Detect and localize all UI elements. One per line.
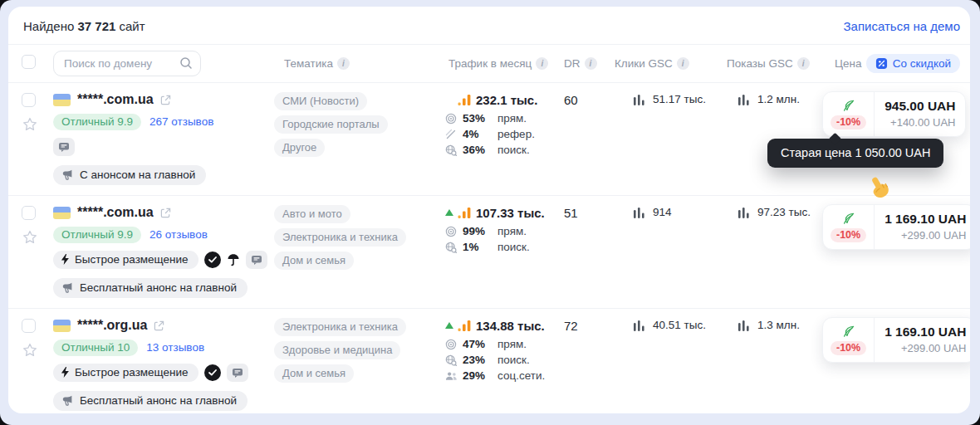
gsc-bars-icon <box>737 94 750 105</box>
column-price-label: Цена <box>835 57 861 70</box>
traffic-pct: 36% <box>463 144 497 156</box>
leaf-icon <box>842 99 855 112</box>
verified-check-icon[interactable] <box>204 364 221 381</box>
found-suffix: сайт <box>120 19 145 33</box>
domain-search <box>53 51 201 76</box>
info-icon[interactable] <box>585 57 597 70</box>
column-impressions-label: Показы GSC <box>727 57 793 70</box>
price-card[interactable]: -10% 1 169.10 UAH +299.00 UAH <box>822 204 970 250</box>
gsc-clicks-value: 51.17 тыс. <box>653 93 706 105</box>
comment-icon[interactable] <box>53 138 75 156</box>
price-card[interactable]: -10% 1 169.10 UAH +299.00 UAH <box>822 317 970 363</box>
dr-value: 60 <box>561 91 615 107</box>
reviews-link[interactable]: 26 отзывов <box>149 228 208 241</box>
dr-value: 51 <box>561 204 615 220</box>
info-icon[interactable] <box>677 57 689 70</box>
info-icon[interactable] <box>797 57 810 70</box>
domain-name[interactable]: *****.com.ua <box>77 92 154 107</box>
column-clicks-label: Клики GSC <box>615 57 673 70</box>
search-icon[interactable] <box>179 56 193 73</box>
announce-tag[interactable]: Бесплатный анонс на главной <box>53 391 247 411</box>
price-card[interactable]: -10% 945.00 UAH +140.00 UAH <box>822 91 966 137</box>
gsc-bars-icon <box>633 94 645 105</box>
umbrella-icon[interactable] <box>227 253 240 266</box>
traffic-label: прям. <box>497 338 561 350</box>
results-count: Найдено 37 721 сайт <box>23 19 145 33</box>
verified-check-icon[interactable] <box>204 252 221 268</box>
domain-name[interactable]: *****.org.ua <box>77 318 147 333</box>
traffic-label: соц.сети. <box>497 369 561 382</box>
traffic-pct: 1% <box>463 241 497 253</box>
info-icon[interactable] <box>337 57 350 70</box>
old-price-tooltip: Старая цена 1 050.00 UAH <box>767 139 943 168</box>
leaf-icon <box>842 212 855 225</box>
social-traffic-icon <box>445 371 463 381</box>
discount-badge: -10% <box>831 228 866 242</box>
price-amount: 1 169.10 UAH <box>884 325 966 340</box>
row-checkbox[interactable] <box>22 93 36 107</box>
traffic-label: рефер. <box>497 128 561 140</box>
comment-icon[interactable] <box>227 364 248 382</box>
gsc-bars-icon <box>737 207 750 218</box>
favorite-star-icon[interactable] <box>22 342 38 359</box>
announce-tag[interactable]: Бесплатный анонс на главной <box>53 278 247 298</box>
comment-icon[interactable] <box>246 251 267 269</box>
traffic-label: поиск. <box>497 241 561 253</box>
reviews-link[interactable]: 267 отзывов <box>149 115 213 128</box>
organic-search-icon <box>445 354 463 366</box>
fast-placement-tag[interactable]: Быстрое размещение <box>53 251 198 269</box>
announce-tag[interactable]: С анонсом на главной <box>53 165 206 185</box>
rating-badge: Отличный 9.9 <box>53 227 141 243</box>
with-discount-toggle[interactable]: Со скидкой <box>866 54 960 73</box>
favorite-star-icon[interactable] <box>22 229 38 246</box>
external-link-icon[interactable] <box>154 320 164 331</box>
with-discount-label: Со скидкой <box>893 57 951 70</box>
traffic-label: прям. <box>497 225 561 237</box>
topic-tag: Другое <box>274 139 325 157</box>
column-traffic: Трафик в месяц <box>445 57 561 70</box>
direct-traffic-icon <box>445 113 463 125</box>
gsc-bars-icon <box>737 320 750 331</box>
fast-placement-tag[interactable]: Быстрое размещение <box>53 364 198 382</box>
demo-signup-link[interactable]: Записаться на демо <box>844 19 960 33</box>
rating-badge: Отличный 10 <box>53 340 138 356</box>
gsc-clicks-value: 40.51 тыс. <box>653 319 706 331</box>
external-link-icon[interactable] <box>160 95 171 105</box>
trend-up-icon <box>445 209 453 216</box>
row-checkbox[interactable] <box>22 319 36 333</box>
referral-traffic-icon <box>445 129 463 140</box>
column-clicks: Клики GSC <box>615 57 721 70</box>
found-prefix: Найдено <box>23 19 74 33</box>
lightning-icon <box>61 367 70 378</box>
price-extra: +299.00 UAH <box>884 229 966 242</box>
info-icon[interactable] <box>536 57 548 70</box>
gsc-clicks-value: 914 <box>653 206 672 218</box>
topic-tag: Дом и семья <box>274 364 354 383</box>
traffic-label: прям. <box>497 112 561 125</box>
direct-traffic-icon <box>445 339 463 350</box>
discount-badge: -10% <box>831 341 866 355</box>
table-row: *****.com.ua Отличный 9.9 267 отзывов <box>8 83 970 196</box>
reviews-link[interactable]: 13 отзывов <box>146 341 204 354</box>
topic-tag: Электроника и техника <box>274 228 406 247</box>
topic-tag: Дом и семья <box>274 252 354 270</box>
traffic-pct: 47% <box>463 338 497 350</box>
traffic-pct: 53% <box>463 112 497 125</box>
table-row: *****.com.ua Отличный 9.9 26 отзывов Быс… <box>8 196 970 309</box>
external-link-icon[interactable] <box>160 208 171 218</box>
traffic-pct: 29% <box>463 369 497 382</box>
topic-tag: Городские порталы <box>274 115 388 134</box>
organic-search-icon <box>445 242 463 253</box>
row-checkbox[interactable] <box>22 206 36 220</box>
megaphone-icon <box>61 281 74 294</box>
megaphone-icon <box>61 169 74 181</box>
column-traffic-label: Трафик в месяц <box>448 57 532 70</box>
direct-traffic-icon <box>445 226 463 237</box>
price-extra: +299.00 UAH <box>884 342 966 354</box>
column-dr: DR <box>561 57 615 70</box>
topic-tag: СМИ (Новости) <box>274 92 367 110</box>
select-all-checkbox[interactable] <box>22 55 36 69</box>
domain-name[interactable]: *****.com.ua <box>77 205 154 220</box>
traffic-bars-icon <box>458 207 472 219</box>
favorite-star-icon[interactable] <box>22 116 38 133</box>
